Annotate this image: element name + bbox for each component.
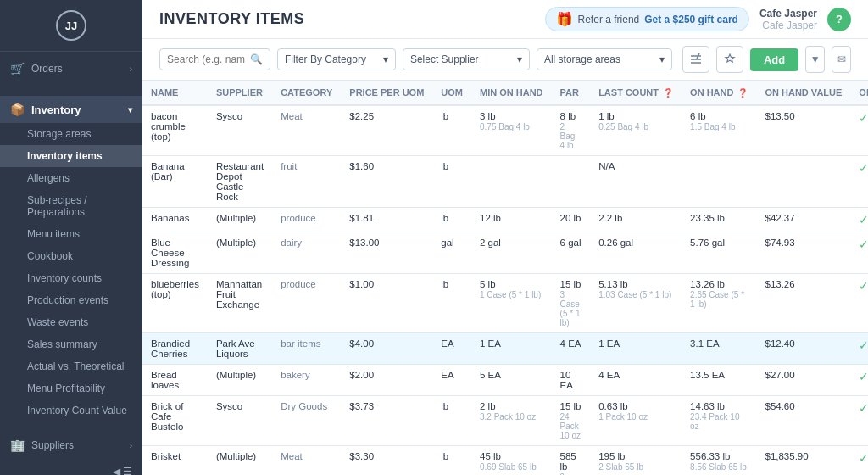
- cell-on-hand-value-5: $12.40: [756, 333, 850, 365]
- inventory-table: NAME SUPPLIER CATEGORY PRICE PER UOM UOM…: [142, 81, 868, 475]
- search-input[interactable]: [167, 53, 245, 65]
- cell-par-8: 585 lb9 Slab 65 lb: [552, 446, 591, 476]
- sidebar-item-allergens[interactable]: Allergens: [0, 167, 142, 189]
- hide-columns-button[interactable]: [682, 46, 709, 73]
- supplier-filter-label: Select Supplier: [410, 53, 479, 65]
- cell-min-on-hand-6: 5 EA: [471, 365, 552, 396]
- sidebar-label-orders: Orders: [31, 63, 63, 75]
- col-category: CATEGORY: [272, 81, 341, 105]
- sidebar-item-sales-summary[interactable]: Sales summary: [0, 333, 142, 355]
- cell-check-5: ✓: [850, 333, 868, 365]
- cell-last-count-2: 2.2 lb: [590, 208, 682, 232]
- table-row: Brisket (Multiple) Meat $3.30 lb 45 lb0.…: [142, 446, 868, 476]
- check-icon: ✓: [859, 338, 868, 352]
- cell-supplier-8: (Multiple): [208, 446, 272, 476]
- sidebar-item-cookbook[interactable]: Cookbook: [0, 245, 142, 267]
- cell-uom-2: lb: [432, 208, 471, 232]
- storage-filter[interactable]: All storage areas ▾: [537, 48, 672, 70]
- orders-icon: 🛒: [10, 62, 25, 75]
- table-row: Banana (Bar) Restaurant Depot Castle Roc…: [142, 156, 868, 208]
- cell-check-8: ✓: [850, 446, 868, 476]
- supplier-filter[interactable]: Select Supplier ▾: [403, 48, 530, 70]
- help-button[interactable]: ?: [827, 8, 851, 31]
- star-button[interactable]: [716, 46, 743, 73]
- cell-check-1: ✓: [850, 156, 868, 208]
- sidebar-item-waste-events[interactable]: Waste events: [0, 311, 142, 333]
- sidebar-item-inventory-counts[interactable]: Inventory counts: [0, 267, 142, 289]
- cell-last-count-6: 4 EA: [590, 365, 682, 396]
- sidebar-collapse-btn[interactable]: ◀ ☰: [0, 459, 142, 475]
- cell-check-6: ✓: [850, 365, 868, 396]
- header: INVENTORY ITEMS 🎁 Refer a friend Get a $…: [142, 0, 868, 39]
- table-row: blueberries (top) Manhattan Fruit Exchan…: [142, 274, 868, 333]
- cell-check-2: ✓: [850, 208, 868, 232]
- cell-category-8: Meat: [272, 446, 341, 476]
- sidebar-item-actual-theoretical[interactable]: Actual vs. Theoretical: [0, 355, 142, 377]
- cell-par-4: 15 lb3 Case (5 * 1 lb): [552, 274, 591, 333]
- cell-on-hand-value-8: $1,835.90: [756, 446, 850, 476]
- cell-uom-8: lb: [432, 446, 471, 476]
- sidebar-item-menu-items[interactable]: Menu items: [0, 223, 142, 245]
- download-button[interactable]: ▼: [805, 46, 825, 73]
- sidebar-item-suppliers[interactable]: 🏢 Suppliers ›: [0, 432, 142, 459]
- storage-filter-label: All storage areas: [544, 53, 620, 65]
- category-filter[interactable]: Filter By Category ▾: [277, 48, 396, 70]
- sidebar-item-sub-recipes[interactable]: Sub-recipes / Preparations: [0, 189, 142, 223]
- sidebar-section-orders: 🛒 Orders ›: [0, 52, 142, 86]
- sidebar-item-production-events[interactable]: Production events: [0, 289, 142, 311]
- cell-last-count-4: 5.13 lb1.03 Case (5 * 1 lb): [590, 274, 682, 333]
- cell-par-7: 15 lb24 Pack 10 oz: [552, 396, 591, 446]
- cell-on-hand-4: 13.26 lb2.65 Case (5 * 1 lb): [682, 274, 756, 333]
- sidebar-item-orders[interactable]: 🛒 Orders ›: [0, 55, 142, 82]
- cell-last-count-8: 195 lb2 Slab 65 lb: [590, 446, 682, 476]
- cell-on-hand-6: 13.5 EA: [682, 365, 756, 396]
- cell-category-3: dairy: [272, 232, 341, 274]
- export-button[interactable]: ✉: [832, 46, 851, 73]
- cell-par-1: [552, 156, 591, 208]
- cell-check-4: ✓: [850, 274, 868, 333]
- check-icon: ✓: [859, 401, 868, 415]
- cell-min-on-hand-3: 2 gal: [471, 232, 552, 274]
- cell-category-5: bar items: [272, 333, 341, 365]
- col-price: PRICE PER UOM: [341, 81, 432, 105]
- toolbar-icons: [682, 46, 743, 73]
- cell-on-hand-0: 6 lb1.5 Bag 4 lb: [682, 105, 756, 156]
- referral-banner[interactable]: 🎁 Refer a friend Get a $250 gift card: [545, 7, 749, 31]
- sidebar-item-storage-areas[interactable]: Storage areas: [0, 123, 142, 145]
- cell-supplier-4: Manhattan Fruit Exchange: [208, 274, 272, 333]
- cell-min-on-hand-2: 12 lb: [471, 208, 552, 232]
- table-row: Brick of Cafe Bustelo Sysco Dry Goods $3…: [142, 396, 868, 446]
- header-right: 🎁 Refer a friend Get a $250 gift card Ca…: [545, 7, 851, 31]
- supplier-chevron-icon: ▾: [517, 53, 522, 65]
- page-title: INVENTORY ITEMS: [159, 10, 304, 28]
- cell-price-4: $1.00: [341, 274, 432, 333]
- category-chevron-icon: ▾: [383, 53, 388, 65]
- cell-uom-7: lb: [432, 396, 471, 446]
- cell-category-6: bakery: [272, 365, 341, 396]
- sidebar-item-menu-profitability[interactable]: Menu Profitability: [0, 377, 142, 400]
- check-icon: ✓: [859, 279, 868, 293]
- cell-category-4: produce: [272, 274, 341, 333]
- add-button[interactable]: Add: [750, 48, 798, 71]
- cell-name-2: Bananas: [142, 208, 208, 232]
- col-or: OR: [850, 81, 868, 105]
- cell-check-3: ✓: [850, 232, 868, 274]
- sidebar-item-inventory[interactable]: 📦 Inventory ▾: [0, 96, 142, 123]
- user-name-2: Cafe Jasper: [760, 20, 817, 31]
- table-row: bacon crumble (top) Sysco Meat $2.25 lb …: [142, 105, 868, 156]
- cell-name-7: Brick of Cafe Bustelo: [142, 396, 208, 446]
- col-name: NAME: [142, 81, 208, 105]
- category-filter-label: Filter By Category: [285, 53, 366, 65]
- cell-on-hand-value-0: $13.50: [756, 105, 850, 156]
- cell-last-count-1: N/A: [590, 156, 682, 208]
- cell-min-on-hand-7: 2 lb3.2 Pack 10 oz: [471, 396, 552, 446]
- col-par: PAR: [552, 81, 591, 105]
- sidebar-item-inventory-count-value[interactable]: Inventory Count Value: [0, 400, 142, 422]
- cell-name-4: blueberries (top): [142, 274, 208, 333]
- sidebar-section-inventory: 📦 Inventory ▾ Storage areas Inventory it…: [0, 92, 142, 425]
- inventory-icon: 📦: [10, 103, 25, 116]
- sidebar-item-inventory-items[interactable]: Inventory items: [0, 145, 142, 167]
- sidebar: JJ 🛒 Orders › 📦 Inventory ▾ Storage area…: [0, 0, 142, 475]
- cell-supplier-6: (Multiple): [208, 365, 272, 396]
- user-info: Cafe Jasper Cafe Jasper: [760, 8, 817, 31]
